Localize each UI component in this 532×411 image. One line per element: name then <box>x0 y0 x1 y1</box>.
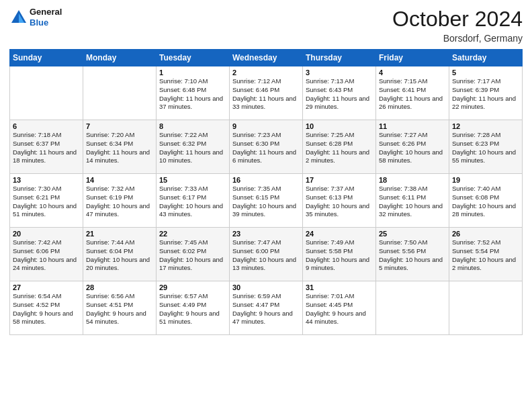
day-number: 25 <box>379 230 446 238</box>
month-title: October 2024 <box>392 7 523 32</box>
week-row-1: 6Sunrise: 7:18 AM Sunset: 6:37 PM Daylig… <box>10 120 523 174</box>
calendar-cell <box>83 66 157 120</box>
calendar-cell: 12Sunrise: 7:28 AM Sunset: 6:23 PM Dayli… <box>449 120 523 174</box>
calendar-cell <box>10 66 83 120</box>
logo-text: General Blue <box>30 7 62 28</box>
day-info: Sunrise: 7:49 AM Sunset: 5:58 PM Dayligh… <box>306 238 373 273</box>
day-info: Sunrise: 7:38 AM Sunset: 6:11 PM Dayligh… <box>379 185 446 219</box>
calendar-cell: 22Sunrise: 7:45 AM Sunset: 6:02 PM Dayli… <box>157 228 230 281</box>
day-info: Sunrise: 7:20 AM Sunset: 6:34 PM Dayligh… <box>86 131 153 165</box>
day-number: 11 <box>379 122 446 130</box>
day-info: Sunrise: 7:01 AM Sunset: 4:45 PM Dayligh… <box>306 292 373 326</box>
day-info: Sunrise: 7:37 AM Sunset: 6:13 PM Dayligh… <box>306 185 373 219</box>
day-info: Sunrise: 7:52 AM Sunset: 5:54 PM Dayligh… <box>452 238 519 273</box>
calendar-cell: 14Sunrise: 7:32 AM Sunset: 6:19 PM Dayli… <box>83 174 157 228</box>
day-number: 31 <box>306 283 373 291</box>
calendar-cell: 1Sunrise: 7:10 AM Sunset: 6:48 PM Daylig… <box>157 66 230 120</box>
calendar-cell: 17Sunrise: 7:37 AM Sunset: 6:13 PM Dayli… <box>303 174 376 228</box>
calendar-cell <box>376 281 449 335</box>
day-info: Sunrise: 7:42 AM Sunset: 6:06 PM Dayligh… <box>13 238 80 273</box>
day-number: 14 <box>86 176 153 184</box>
calendar-cell: 9Sunrise: 7:23 AM Sunset: 6:30 PM Daylig… <box>230 120 303 174</box>
calendar-cell: 20Sunrise: 7:42 AM Sunset: 6:06 PM Dayli… <box>10 228 83 281</box>
day-number: 20 <box>13 230 80 238</box>
calendar-table: SundayMondayTuesdayWednesdayThursdayFrid… <box>9 49 523 335</box>
day-info: Sunrise: 7:40 AM Sunset: 6:08 PM Dayligh… <box>452 185 519 219</box>
day-info: Sunrise: 7:33 AM Sunset: 6:17 PM Dayligh… <box>159 185 226 219</box>
location: Borsdorf, Germany <box>392 33 523 44</box>
day-number: 23 <box>232 230 300 238</box>
day-number: 5 <box>452 68 519 77</box>
calendar-cell: 5Sunrise: 7:17 AM Sunset: 6:39 PM Daylig… <box>449 66 523 120</box>
day-info: Sunrise: 6:54 AM Sunset: 4:52 PM Dayligh… <box>13 292 80 326</box>
day-info: Sunrise: 7:25 AM Sunset: 6:28 PM Dayligh… <box>306 131 373 165</box>
calendar-cell: 10Sunrise: 7:25 AM Sunset: 6:28 PM Dayli… <box>303 120 376 174</box>
day-info: Sunrise: 7:23 AM Sunset: 6:30 PM Dayligh… <box>232 131 300 165</box>
day-info: Sunrise: 7:44 AM Sunset: 6:04 PM Dayligh… <box>86 238 153 273</box>
day-number: 24 <box>306 230 373 238</box>
calendar-cell: 27Sunrise: 6:54 AM Sunset: 4:52 PM Dayli… <box>10 281 83 335</box>
day-number: 7 <box>86 122 153 130</box>
calendar-cell: 11Sunrise: 7:27 AM Sunset: 6:26 PM Dayli… <box>376 120 449 174</box>
day-number: 22 <box>159 230 226 238</box>
day-info: Sunrise: 7:47 AM Sunset: 6:00 PM Dayligh… <box>232 238 300 273</box>
day-number: 30 <box>232 283 300 291</box>
calendar-body: 1Sunrise: 7:10 AM Sunset: 6:48 PM Daylig… <box>10 66 523 335</box>
day-info: Sunrise: 6:59 AM Sunset: 4:47 PM Dayligh… <box>232 292 300 326</box>
day-info: Sunrise: 7:22 AM Sunset: 6:32 PM Dayligh… <box>159 131 226 165</box>
weekday-sunday: Sunday <box>10 50 83 66</box>
day-number: 13 <box>13 176 80 184</box>
calendar-cell: 30Sunrise: 6:59 AM Sunset: 4:47 PM Dayli… <box>230 281 303 335</box>
calendar-cell: 28Sunrise: 6:56 AM Sunset: 4:51 PM Dayli… <box>83 281 157 335</box>
logo-icon <box>9 8 28 27</box>
weekday-header-row: SundayMondayTuesdayWednesdayThursdayFrid… <box>10 50 523 66</box>
calendar-cell: 21Sunrise: 7:44 AM Sunset: 6:04 PM Dayli… <box>83 228 157 281</box>
calendar-cell <box>449 281 523 335</box>
calendar-cell: 26Sunrise: 7:52 AM Sunset: 5:54 PM Dayli… <box>449 228 523 281</box>
day-number: 12 <box>452 122 519 130</box>
week-row-4: 27Sunrise: 6:54 AM Sunset: 4:52 PM Dayli… <box>10 281 523 335</box>
week-row-3: 20Sunrise: 7:42 AM Sunset: 6:06 PM Dayli… <box>10 228 523 281</box>
day-number: 9 <box>232 122 300 130</box>
day-number: 4 <box>379 68 446 77</box>
calendar-cell: 8Sunrise: 7:22 AM Sunset: 6:32 PM Daylig… <box>157 120 230 174</box>
calendar-cell: 6Sunrise: 7:18 AM Sunset: 6:37 PM Daylig… <box>10 120 83 174</box>
logo-area: General Blue <box>9 7 62 28</box>
calendar-cell: 18Sunrise: 7:38 AM Sunset: 6:11 PM Dayli… <box>376 174 449 228</box>
day-info: Sunrise: 7:10 AM Sunset: 6:48 PM Dayligh… <box>159 77 226 111</box>
day-number: 6 <box>13 122 80 130</box>
calendar-cell: 24Sunrise: 7:49 AM Sunset: 5:58 PM Dayli… <box>303 228 376 281</box>
day-info: Sunrise: 6:57 AM Sunset: 4:49 PM Dayligh… <box>159 292 226 326</box>
day-info: Sunrise: 7:50 AM Sunset: 5:56 PM Dayligh… <box>379 238 446 273</box>
calendar-page: General Blue October 2024 Borsdorf, Germ… <box>0 0 532 411</box>
day-number: 1 <box>159 68 226 77</box>
day-info: Sunrise: 7:30 AM Sunset: 6:21 PM Dayligh… <box>13 185 80 219</box>
weekday-saturday: Saturday <box>449 50 523 66</box>
day-info: Sunrise: 7:35 AM Sunset: 6:15 PM Dayligh… <box>232 185 300 219</box>
title-area: October 2024 Borsdorf, Germany <box>392 7 523 44</box>
calendar-cell: 16Sunrise: 7:35 AM Sunset: 6:15 PM Dayli… <box>230 174 303 228</box>
page-header: General Blue October 2024 Borsdorf, Germ… <box>9 7 523 44</box>
day-info: Sunrise: 7:18 AM Sunset: 6:37 PM Dayligh… <box>13 131 80 165</box>
day-info: Sunrise: 7:32 AM Sunset: 6:19 PM Dayligh… <box>86 185 153 219</box>
day-number: 15 <box>159 176 226 184</box>
day-number: 29 <box>159 283 226 291</box>
weekday-wednesday: Wednesday <box>230 50 303 66</box>
day-number: 28 <box>86 283 153 291</box>
calendar-cell: 4Sunrise: 7:15 AM Sunset: 6:41 PM Daylig… <box>376 66 449 120</box>
day-info: Sunrise: 7:27 AM Sunset: 6:26 PM Dayligh… <box>379 131 446 165</box>
day-number: 19 <box>452 176 519 184</box>
day-info: Sunrise: 7:13 AM Sunset: 6:43 PM Dayligh… <box>306 77 373 111</box>
calendar-cell: 2Sunrise: 7:12 AM Sunset: 6:46 PM Daylig… <box>230 66 303 120</box>
calendar-cell: 23Sunrise: 7:47 AM Sunset: 6:00 PM Dayli… <box>230 228 303 281</box>
day-number: 10 <box>306 122 373 130</box>
day-number: 8 <box>159 122 226 130</box>
calendar-cell: 3Sunrise: 7:13 AM Sunset: 6:43 PM Daylig… <box>303 66 376 120</box>
day-info: Sunrise: 7:12 AM Sunset: 6:46 PM Dayligh… <box>232 77 300 111</box>
day-info: Sunrise: 7:28 AM Sunset: 6:23 PM Dayligh… <box>452 131 519 165</box>
day-number: 21 <box>86 230 153 238</box>
calendar-cell: 19Sunrise: 7:40 AM Sunset: 6:08 PM Dayli… <box>449 174 523 228</box>
weekday-monday: Monday <box>83 50 157 66</box>
day-info: Sunrise: 7:15 AM Sunset: 6:41 PM Dayligh… <box>379 77 446 111</box>
day-info: Sunrise: 7:17 AM Sunset: 6:39 PM Dayligh… <box>452 77 519 111</box>
